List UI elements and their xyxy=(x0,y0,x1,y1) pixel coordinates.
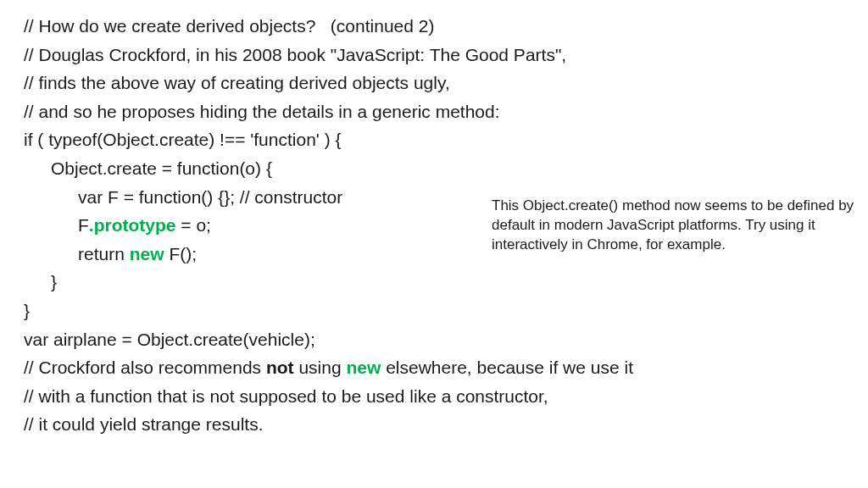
code-text: F xyxy=(78,215,89,235)
emphasis-not: not xyxy=(266,358,294,377)
side-note: This Object.create() method now seems to… xyxy=(492,197,856,255)
code-text: // Crockford also recommends xyxy=(24,358,266,377)
slide-content: // How do we create derived objects? (co… xyxy=(0,0,868,488)
code-line: // and so he proposes hiding the details… xyxy=(24,97,844,126)
code-line: // Crockford also recommends not using n… xyxy=(24,353,844,382)
code-line: } xyxy=(24,297,844,325)
keyword-prototype: .prototype xyxy=(89,215,176,235)
code-line: if ( typeof(Object.create) !== 'function… xyxy=(24,125,844,154)
code-line: // with a function that is not supposed … xyxy=(24,382,844,411)
keyword-new: new xyxy=(346,358,381,377)
code-line: Object.create = function(o) { xyxy=(24,154,844,183)
code-text: using xyxy=(294,358,347,377)
code-line: // finds the above way of creating deriv… xyxy=(24,69,844,97)
code-text: return xyxy=(78,244,130,263)
code-line: // it could yield strange results. xyxy=(24,410,844,439)
keyword-new: new xyxy=(130,244,164,263)
code-text: F(); xyxy=(164,244,197,263)
code-line: var airplane = Object.create(vehicle); xyxy=(24,325,844,354)
code-text: = o; xyxy=(176,215,211,235)
code-line: // How do we create derived objects? (co… xyxy=(24,12,844,41)
code-line: } xyxy=(24,268,844,297)
code-text: elsewhere, because if we use it xyxy=(381,358,633,377)
code-line: // Douglas Crockford, in his 2008 book "… xyxy=(24,41,844,69)
